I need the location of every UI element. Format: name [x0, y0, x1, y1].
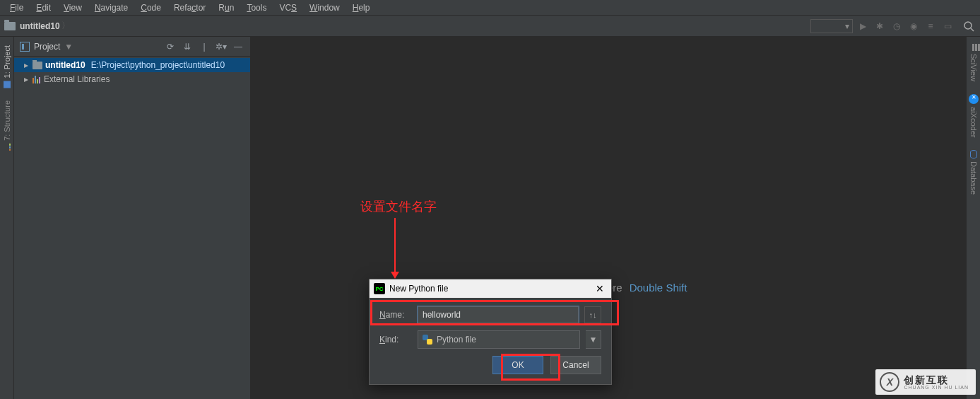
project-tool-window: Project ▼ ⟳ ⇊ | ✲▾ — ▸ untitled10 E:\Pro…: [14, 37, 251, 399]
tree-row-project-root[interactable]: ▸ untitled10 E:\Project\python_project\u…: [14, 58, 250, 72]
tool-tab-structure[interactable]: 7: Structure: [3, 96, 11, 155]
menu-code[interactable]: Code: [135, 1, 167, 14]
kind-dropdown-icon[interactable]: ▼: [586, 330, 601, 349]
aixcoder-icon: [969, 94, 979, 104]
profile-icon[interactable]: ◉: [907, 19, 921, 33]
tool-tab-aixcoder[interactable]: aiXcoder: [969, 91, 979, 140]
annotation-label: 设置文件名字: [360, 198, 437, 215]
python-file-icon: [423, 335, 432, 345]
search-icon[interactable]: [962, 19, 976, 33]
svg-point-0: [964, 22, 972, 29]
tool-tab-database-label: Database: [969, 161, 978, 195]
annotation-box-name-row: [370, 300, 619, 325]
structure-tab-icon: [4, 144, 11, 151]
menu-help[interactable]: Help: [347, 1, 376, 14]
hide-panel-icon[interactable]: —: [232, 42, 244, 52]
tree-row-external-libs[interactable]: ▸ External Libraries: [14, 72, 250, 86]
menu-window[interactable]: Window: [304, 1, 346, 14]
tool-tab-database[interactable]: Database: [969, 147, 978, 197]
menu-vcs[interactable]: VCS: [273, 1, 302, 14]
tool-tab-sciview-label: SciView: [969, 54, 978, 81]
tree-node-name: External Libraries: [44, 74, 110, 84]
navigation-bar: untitled10 〉 ▾ ▶ ✱ ◷ ◉ ≡ ▭: [0, 16, 980, 37]
close-icon[interactable]: ✕: [593, 283, 607, 294]
tool-tab-sciview[interactable]: SciView: [969, 41, 978, 84]
watermark-cn: 创新互联: [904, 375, 969, 385]
watermark-logo: X: [880, 372, 899, 392]
project-view-dropdown-icon[interactable]: ▼: [64, 42, 73, 52]
menu-refactor[interactable]: Refactor: [168, 1, 211, 14]
menu-view[interactable]: View: [58, 1, 88, 14]
locate-file-icon[interactable]: ⟳: [164, 42, 177, 52]
dialog-title: New Python file: [389, 284, 593, 294]
main-menu-bar: File Edit View Navigate Code Refactor Ru…: [0, 0, 980, 16]
tree-node-path: E:\Project\python_project\untitled10: [91, 60, 225, 70]
menu-run[interactable]: Run: [213, 1, 240, 14]
menu-file[interactable]: File: [4, 1, 29, 14]
layout-icon[interactable]: ▭: [940, 19, 955, 33]
pycharm-icon: PC: [374, 283, 385, 294]
coverage-icon[interactable]: ◷: [890, 19, 904, 33]
project-view-icon: [20, 42, 30, 52]
project-panel-title[interactable]: Project: [34, 42, 60, 52]
gear-icon[interactable]: ✲▾: [215, 42, 228, 52]
libraries-icon: [33, 75, 41, 83]
project-tab-icon: [4, 81, 11, 88]
watermark-en: CHUANG XIN HU LIAN: [904, 385, 969, 390]
tool-tab-aixcoder-label: aiXcoder: [969, 107, 978, 137]
new-python-file-dialog: PC New Python file ✕ Name: ↑↓ Kind: Pyth…: [369, 279, 612, 385]
sciview-icon: [972, 44, 974, 51]
menu-tools[interactable]: Tools: [241, 1, 272, 14]
expand-arrow-icon[interactable]: ▸: [24, 60, 30, 70]
tool-tab-structure-label: 7: Structure: [3, 100, 11, 141]
run-icon[interactable]: ▶: [856, 19, 870, 33]
panel-sep: |: [198, 42, 211, 52]
project-panel-header: Project ▼ ⟳ ⇊ | ✲▾ —: [14, 37, 250, 57]
menu-edit[interactable]: Edit: [30, 1, 57, 14]
left-tool-gutter: 1: Project 7: Structure: [0, 37, 14, 399]
breadcrumb-project[interactable]: untitled10: [20, 21, 60, 31]
dialog-titlebar[interactable]: PC New Python file ✕: [370, 279, 611, 298]
kind-value: Python file: [437, 335, 476, 345]
database-icon: [970, 150, 977, 158]
debug-icon[interactable]: ✱: [873, 19, 887, 33]
stack-icon[interactable]: ≡: [923, 19, 938, 33]
collapse-all-icon[interactable]: ⇊: [181, 42, 194, 52]
watermark: X 创新互联 CHUANG XIN HU LIAN: [875, 369, 976, 395]
project-tree[interactable]: ▸ untitled10 E:\Project\python_project\u…: [14, 57, 250, 399]
kind-label: Kind:: [379, 335, 412, 345]
svg-line-1: [971, 28, 974, 31]
tool-tab-project-label: 1: Project: [3, 45, 11, 78]
folder-icon: [4, 22, 16, 30]
run-config-combo[interactable]: ▾: [810, 19, 853, 33]
folder-icon: [33, 62, 42, 69]
expand-arrow-icon[interactable]: ▸: [24, 74, 30, 84]
menu-navigate[interactable]: Navigate: [89, 1, 134, 14]
breadcrumb-separator: 〉: [61, 20, 70, 32]
right-tool-gutter: SciView aiXcoder Database: [966, 37, 980, 399]
annotation-box-ok-button: [501, 354, 560, 381]
kind-combo[interactable]: Python file: [418, 330, 580, 349]
tree-node-name: untitled10: [45, 60, 85, 70]
hint-shortcut: Double Shift: [630, 282, 687, 294]
tool-tab-project[interactable]: 1: Project: [3, 41, 11, 92]
annotation-arrow: [394, 218, 396, 277]
